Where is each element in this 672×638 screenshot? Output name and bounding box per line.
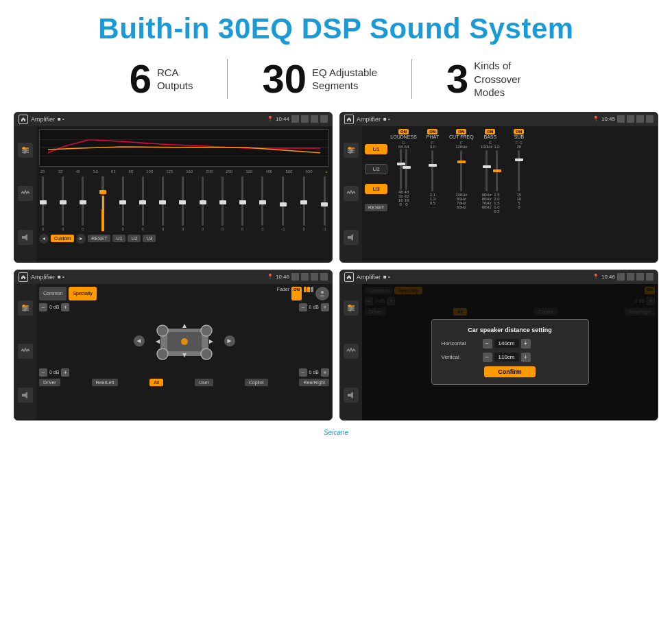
- topbar-vol-icon-3[interactable]: [291, 273, 299, 281]
- btn-rearleft[interactable]: RearLeft: [92, 379, 119, 386]
- db-minus-bl[interactable]: −: [39, 368, 47, 377]
- topbar-back-icon[interactable]: [320, 115, 328, 123]
- play-button[interactable]: ►: [76, 234, 86, 244]
- eq-slider-10[interactable]: 0: [241, 176, 243, 231]
- prev-button[interactable]: ◄: [39, 234, 49, 244]
- topbar-window-icon-2[interactable]: [636, 115, 644, 123]
- right-arrows[interactable]: ►: [224, 335, 235, 346]
- topbar-dots-4: ■ •: [383, 274, 390, 280]
- u2-button-eq[interactable]: U2: [128, 235, 141, 242]
- topbar-close-icon-2[interactable]: [627, 115, 634, 123]
- sidebar-filter-icon-3[interactable]: [18, 300, 33, 316]
- eq-slider-6[interactable]: 0: [162, 176, 164, 231]
- topbar-close-icon-3[interactable]: [301, 273, 309, 281]
- freq-400: 400: [265, 169, 272, 174]
- eq-slider-13[interactable]: 0: [302, 176, 304, 231]
- fader-bar-1: [304, 287, 307, 292]
- db-minus-tr[interactable]: −: [299, 303, 307, 311]
- cross-col-loudness: ON LOUDNESS G 64 48 32: [390, 129, 417, 213]
- topbar-window-icon[interactable]: [311, 115, 318, 123]
- reset-button-cross[interactable]: RESET: [365, 204, 387, 211]
- sidebar-wave-icon-2[interactable]: [344, 186, 359, 201]
- eq-slider-11[interactable]: 0: [261, 176, 263, 231]
- eq-graph: [39, 129, 329, 167]
- u1-button-cross[interactable]: U1: [365, 144, 387, 154]
- topbar-right-eq: 📍 10:44: [267, 115, 328, 123]
- custom-button[interactable]: Custom: [51, 235, 74, 242]
- eq-slider-14[interactable]: -1: [323, 176, 326, 231]
- topbar-back-icon-2[interactable]: [646, 115, 653, 123]
- eq-slider-7[interactable]: 0: [182, 176, 184, 231]
- svg-point-46: [348, 305, 351, 307]
- topbar-window-icon-3[interactable]: [311, 273, 318, 281]
- home-icon-3[interactable]: [19, 272, 28, 282]
- svg-rect-7: [22, 236, 25, 239]
- vertical-minus[interactable]: −: [483, 353, 492, 362]
- topbar-window-icon-4[interactable]: [636, 273, 644, 281]
- eq-slider-1[interactable]: 0: [62, 176, 64, 231]
- eq-slider-12[interactable]: -1: [281, 176, 285, 231]
- eq-slider-9[interactable]: 0: [221, 176, 224, 231]
- on-phat[interactable]: ON: [427, 129, 437, 134]
- db-plus-br[interactable]: +: [321, 368, 329, 377]
- sidebar-wave-icon[interactable]: [18, 186, 33, 201]
- btn-user[interactable]: User: [195, 379, 213, 386]
- home-icon-4[interactable]: [344, 272, 354, 282]
- eq-slider-5[interactable]: 0: [142, 176, 144, 231]
- sidebar-wave-icon-3[interactable]: [18, 344, 33, 359]
- eq-slider-2[interactable]: 0: [82, 176, 84, 231]
- bass-sl2: 3.0 2.5 2.0 1.5 1.0 0.5: [494, 145, 499, 213]
- sidebar-filter-icon-2[interactable]: [344, 143, 359, 158]
- topbar-back-icon-4[interactable]: [646, 273, 653, 281]
- on-cutfreq[interactable]: ON: [456, 129, 466, 134]
- on-sub[interactable]: ON: [514, 129, 524, 134]
- tab-specialty[interactable]: Specialty: [69, 287, 96, 300]
- topbar-close-icon-4[interactable]: [627, 273, 634, 281]
- eq-slider-8[interactable]: 0: [202, 176, 204, 231]
- svg-rect-19: [348, 236, 350, 239]
- sidebar-speaker-icon-4[interactable]: [344, 388, 359, 403]
- on-loudness[interactable]: ON: [398, 129, 409, 134]
- sidebar-speaker-icon[interactable]: [18, 230, 33, 245]
- sidebar-filter-icon[interactable]: [18, 143, 33, 158]
- horizontal-plus[interactable]: +: [521, 339, 531, 348]
- vertical-plus[interactable]: +: [521, 353, 531, 362]
- sidebar-wave-icon-4[interactable]: [344, 344, 359, 359]
- left-arrows[interactable]: ◄: [134, 335, 145, 346]
- fader-on-badge[interactable]: ON: [291, 287, 302, 300]
- sidebar-filter-icon-4[interactable]: [344, 300, 359, 316]
- home-icon-2[interactable]: [344, 115, 354, 124]
- sidebar-speaker-icon-2[interactable]: [344, 230, 359, 245]
- horizontal-minus[interactable]: −: [483, 339, 492, 348]
- sidebar-speaker-icon-3[interactable]: [18, 388, 33, 403]
- topbar-vol-icon[interactable]: [291, 115, 299, 123]
- db-plus-tl[interactable]: +: [61, 303, 69, 311]
- svg-marker-40: [156, 340, 160, 344]
- u2-button-cross[interactable]: U2: [365, 164, 387, 174]
- topbar-back-icon-3[interactable]: [320, 273, 328, 281]
- u1-button-eq[interactable]: U1: [112, 235, 125, 242]
- btn-rearright[interactable]: RearRight: [299, 379, 329, 386]
- topbar-vol-icon-4[interactable]: [617, 273, 625, 281]
- db-minus-br[interactable]: −: [299, 368, 307, 377]
- screens-grid: Amplifier ■ • 📍 10:44: [0, 109, 672, 427]
- btn-copilot[interactable]: Copilot: [245, 379, 268, 386]
- home-icon[interactable]: [19, 115, 28, 124]
- on-bass[interactable]: ON: [485, 129, 495, 134]
- db-minus-tl[interactable]: −: [39, 303, 47, 311]
- u3-button-cross[interactable]: U3: [365, 184, 387, 194]
- confirm-button[interactable]: Confirm: [484, 366, 536, 377]
- reset-button[interactable]: RESET: [88, 235, 110, 242]
- topbar-close-icon[interactable]: [301, 115, 309, 123]
- btn-driver[interactable]: Driver: [39, 379, 60, 386]
- u3-button-eq[interactable]: U3: [143, 235, 156, 242]
- btn-all[interactable]: All: [149, 379, 163, 386]
- topbar-vol-icon-2[interactable]: [617, 115, 625, 123]
- eq-slider-0[interactable]: 0: [42, 176, 44, 231]
- eq-slider-3[interactable]: 5: [101, 176, 104, 231]
- db-plus-tr[interactable]: +: [321, 303, 329, 311]
- tab-common[interactable]: Common: [39, 287, 67, 300]
- eq-slider-4[interactable]: 0: [121, 176, 123, 231]
- user-icon[interactable]: [315, 287, 329, 300]
- db-plus-bl[interactable]: +: [61, 368, 69, 377]
